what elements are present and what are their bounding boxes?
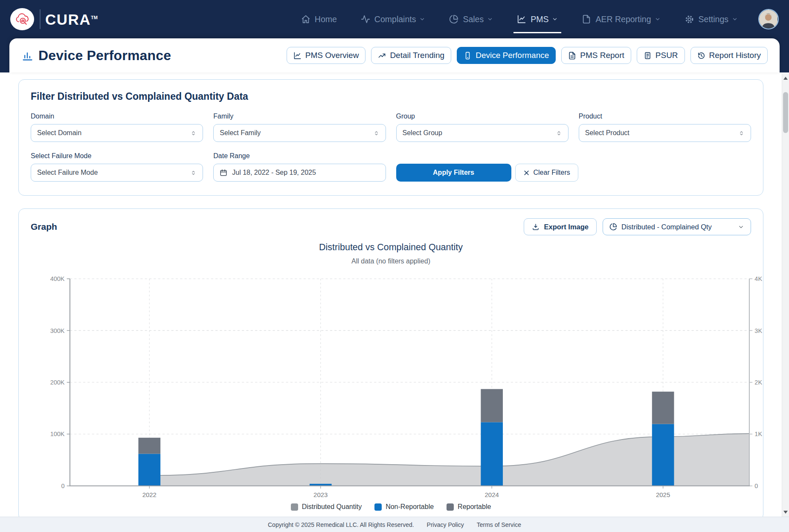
select-updown-icon (190, 130, 197, 136)
legend-item-non-reportable[interactable]: Non-Reportable (374, 503, 434, 511)
field-product: Product Select Product (579, 113, 751, 142)
svg-text:200K: 200K (50, 379, 65, 386)
svg-text:100K: 100K (50, 431, 65, 437)
failure-mode-select[interactable]: Select Failure Mode (31, 164, 203, 182)
tab-label: PMS Report (580, 51, 624, 60)
legend-item-distributed[interactable]: Distributed Quantity (291, 503, 362, 511)
nav-item-aer-reporting[interactable]: AER Reporting (582, 14, 660, 24)
device-icon (464, 52, 472, 60)
svg-text:0: 0 (754, 483, 758, 489)
field-label: Date Range (213, 152, 386, 160)
field-label: Family (213, 113, 386, 120)
tab-label: Device Performance (476, 51, 549, 60)
nav-label: Complaints (374, 14, 416, 24)
pie-chart-icon (449, 14, 458, 24)
product-select[interactable]: Select Product (579, 124, 751, 142)
cura-cloud-logo-icon (15, 12, 30, 27)
brand-name: CURATM (45, 12, 98, 27)
date-range-value: Jul 18, 2022 - Sep 19, 2025 (232, 169, 316, 176)
date-range-input[interactable]: Jul 18, 2022 - Sep 19, 2025 (213, 164, 386, 182)
metric-selector-value: Distributed - Complained Qty (621, 223, 712, 231)
tab-label: Report History (709, 51, 761, 60)
svg-text:2K: 2K (754, 379, 762, 386)
copyright-text: Copyright © 2025 Remedical LLC. All Righ… (268, 521, 414, 528)
graph-heading: Graph (31, 222, 57, 232)
select-value: Select Family (220, 129, 373, 137)
download-icon (532, 223, 540, 231)
chevron-down-icon (552, 16, 558, 22)
pie-chart-icon (609, 223, 617, 231)
svg-text:4K: 4K (754, 275, 762, 282)
field-label: Product (579, 113, 751, 120)
user-avatar[interactable] (758, 9, 779, 29)
document-icon (644, 52, 652, 60)
vertical-scrollbar[interactable] (782, 73, 789, 517)
scrollbar-thumb[interactable] (783, 92, 788, 133)
nav-items: Home Complaints Sales PMS AER Reporting … (301, 14, 738, 24)
nav-item-sales[interactable]: Sales (449, 14, 493, 24)
tab-pms-report[interactable]: PMS Report (561, 47, 631, 64)
trending-up-icon (378, 52, 386, 60)
chevron-down-icon (419, 16, 425, 22)
export-image-label: Export Image (544, 223, 589, 231)
tab-psur[interactable]: PSUR (637, 47, 685, 64)
calendar-icon (220, 169, 227, 176)
clear-filters-button[interactable]: Clear Filters (515, 164, 578, 182)
field-label: Group (396, 113, 569, 120)
svg-text:2022: 2022 (142, 491, 157, 498)
triangle-down-icon (783, 511, 788, 514)
svg-text:3K: 3K (754, 327, 762, 334)
select-updown-icon (373, 130, 380, 136)
nav-label: Settings (699, 14, 728, 24)
logo-divider (40, 9, 41, 29)
field-group: Group Select Group (396, 113, 569, 142)
line-chart-icon (517, 14, 526, 24)
select-value: Select Domain (37, 129, 190, 137)
svg-text:2025: 2025 (656, 491, 670, 498)
svg-text:1K: 1K (754, 431, 762, 437)
combo-chart[interactable]: 400K4K300K3K200K2K100K1K0020222023202420… (19, 267, 763, 505)
brand-tm: TM (91, 15, 98, 20)
nav-label: PMS (531, 14, 548, 24)
domain-select[interactable]: Select Domain (31, 124, 203, 142)
nav-item-settings[interactable]: Settings (685, 14, 738, 24)
nav-item-home[interactable]: Home (301, 14, 337, 24)
tab-pms-overview[interactable]: PMS Overview (287, 47, 366, 64)
home-icon (301, 14, 310, 24)
scroll-up-button[interactable] (782, 74, 789, 82)
svg-text:2024: 2024 (485, 491, 499, 498)
legend-label: Non-Reportable (386, 503, 434, 511)
metric-selector[interactable]: Distributed - Complained Qty (603, 218, 751, 235)
terms-of-service-link[interactable]: Terms of Service (477, 521, 521, 528)
page-header-band: Device Performance PMS Overview Detail T… (0, 38, 789, 72)
family-select[interactable]: Select Family (213, 124, 386, 142)
privacy-policy-link[interactable]: Privacy Policy (427, 521, 464, 528)
field-failure-mode: Select Failure Mode Select Failure Mode (31, 152, 203, 182)
tab-device-performance[interactable]: Device Performance (457, 47, 556, 64)
group-select[interactable]: Select Group (396, 124, 569, 142)
main-content: Filter Distributed vs Complained Quantit… (0, 72, 789, 520)
bar-chart-icon (21, 49, 33, 61)
history-icon (697, 52, 705, 60)
export-image-button[interactable]: Export Image (524, 218, 597, 235)
apply-filters-button[interactable]: Apply Filters (396, 164, 511, 182)
nav-item-pms[interactable]: PMS (517, 14, 558, 24)
svg-text:300K: 300K (50, 327, 65, 334)
filter-panel-title: Filter Distributed vs Complained Quantit… (31, 91, 751, 102)
nav-label: Home (315, 14, 337, 24)
logo-badge (10, 8, 34, 30)
select-value: Select Group (403, 129, 556, 137)
field-label: Domain (31, 113, 203, 120)
footer: Copyright © 2025 Remedical LLC. All Righ… (0, 517, 789, 532)
tab-report-history[interactable]: Report History (690, 47, 768, 64)
nav-item-complaints[interactable]: Complaints (361, 14, 426, 24)
scroll-down-button[interactable] (782, 508, 789, 516)
brand-logo[interactable]: CURATM (10, 8, 98, 30)
file-icon (582, 14, 591, 24)
legend-item-reportable[interactable]: Reportable (447, 503, 491, 511)
top-navigation: CURATM Home Complaints Sales PMS AER Rep… (0, 0, 789, 38)
tab-detail-trending[interactable]: Detail Trending (371, 47, 451, 64)
select-updown-icon (190, 170, 197, 176)
legend-swatch (374, 503, 382, 511)
select-value: Select Product (585, 129, 738, 137)
